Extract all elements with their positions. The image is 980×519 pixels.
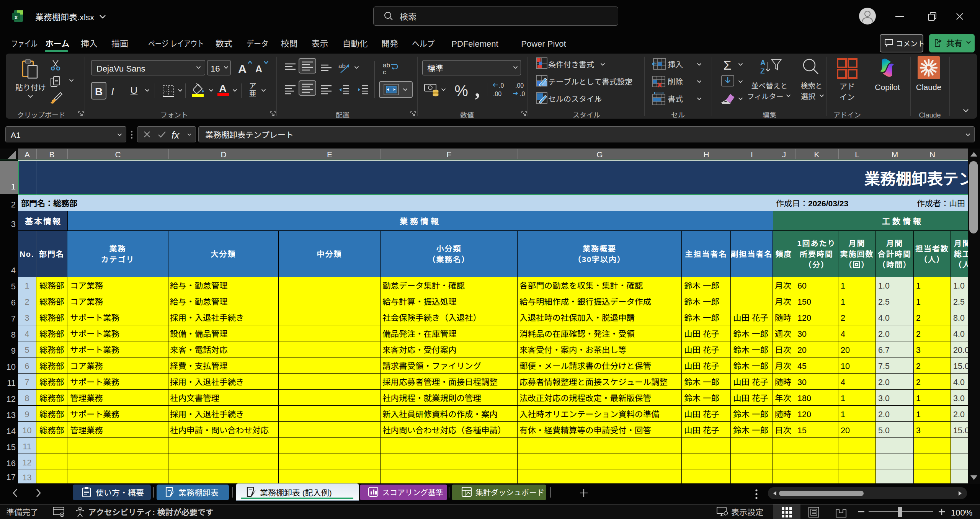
svg-text:.00: .00 <box>515 82 524 89</box>
svg-text:.0: .0 <box>499 82 504 89</box>
svg-text:.00: .00 <box>493 91 501 97</box>
svg-text:ab: ab <box>383 62 390 69</box>
svg-text:ab: ab <box>338 62 346 70</box>
svg-text:.0: .0 <box>520 91 525 97</box>
svg-text:Z: Z <box>760 67 765 75</box>
svg-text:A: A <box>760 59 766 67</box>
svg-text:c: c <box>383 69 386 76</box>
svg-text:x: x <box>15 14 18 20</box>
